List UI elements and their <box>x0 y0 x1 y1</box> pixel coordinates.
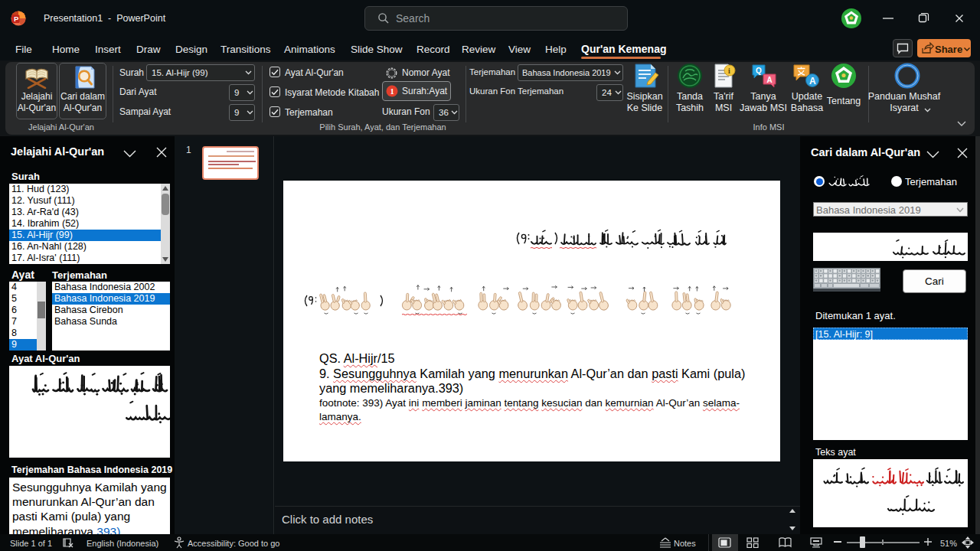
svg-text:Q: Q <box>756 67 762 75</box>
svg-text:1: 1 <box>390 87 394 96</box>
svg-text:P: P <box>14 15 19 23</box>
svg-text:A: A <box>809 76 816 86</box>
svg-text:A: A <box>767 76 773 84</box>
svg-text:i: i <box>728 67 730 75</box>
